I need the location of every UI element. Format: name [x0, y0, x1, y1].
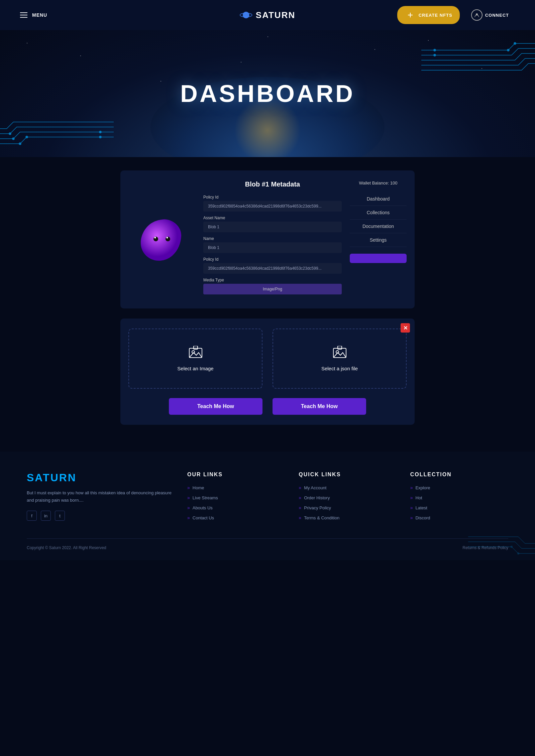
main-content: Blob #1 Metadata Policy Id 359ccd902f885…: [114, 157, 421, 452]
linkedin-icon[interactable]: in: [41, 511, 51, 521]
footer-our-links-column: OUR LINKS »Home »Live Streams »Abouts Us…: [187, 472, 285, 525]
svg-point-17: [154, 237, 156, 238]
arrow-icon: »: [299, 505, 301, 510]
svg-point-12: [507, 49, 509, 51]
svg-rect-3: [410, 13, 411, 17]
teach-me-how-button-1[interactable]: Teach Me How: [169, 398, 262, 415]
sidebar-item-dashboard[interactable]: Dashboard: [350, 192, 407, 206]
media-type-group: Media Type Image/Png: [203, 278, 342, 294]
name-group: Name Blob 1: [203, 236, 342, 253]
footer-quick-links-column: QUICK LINKS »My Account »Order History »…: [299, 472, 397, 525]
sidebar-item-documentation[interactable]: Documentation: [350, 220, 407, 233]
facebook-icon[interactable]: f: [27, 511, 37, 521]
svg-point-9: [99, 136, 101, 138]
footer-link-contact-us[interactable]: »Contact Us: [187, 515, 285, 520]
create-nfts-icon: [405, 9, 416, 21]
header: MENU SATURN CREATE NFTS CONNECT: [0, 0, 535, 30]
nft-blob-image: [135, 213, 189, 266]
json-upload-label: Select a json file: [321, 366, 358, 371]
footer-link-abouts-us[interactable]: »Abouts Us: [187, 505, 285, 510]
circuit-right-icon: [421, 37, 535, 90]
wallet-balance: Wallet Balance: 100: [350, 180, 407, 185]
asset-name-label: Asset Name: [203, 216, 342, 220]
svg-rect-24: [338, 346, 342, 349]
metadata-form: Blob #1 Metadata Policy Id 359ccd902f885…: [203, 180, 342, 298]
footer-link-latest[interactable]: »Latest: [410, 505, 508, 510]
footer-social: f in t: [27, 511, 174, 521]
arrow-icon: »: [410, 495, 413, 500]
svg-rect-22: [333, 348, 346, 358]
arrow-icon: »: [187, 495, 190, 500]
arrow-icon: »: [187, 515, 190, 520]
upload-section: ✕ Select an Image Select a json file Tea…: [120, 319, 415, 425]
json-upload-box[interactable]: Select a json file: [273, 329, 407, 389]
metadata-section: Blob #1 Metadata Policy Id 359ccd902f885…: [120, 170, 415, 308]
footer-link-hot[interactable]: »Hot: [410, 495, 508, 500]
svg-rect-21: [194, 346, 198, 349]
svg-point-5: [19, 143, 21, 145]
hamburger-icon: [20, 12, 27, 18]
arrow-icon: »: [187, 505, 190, 510]
arrow-icon: »: [410, 505, 413, 510]
user-icon: [471, 9, 483, 21]
footer-link-live-streams[interactable]: »Live Streams: [187, 495, 285, 500]
menu-button[interactable]: MENU: [20, 12, 47, 18]
sidebar-item-settings[interactable]: Settings: [350, 233, 407, 247]
upload-close-button[interactable]: ✕: [401, 323, 410, 333]
logo[interactable]: SATURN: [240, 9, 295, 21]
sidebar-item-collections[interactable]: Collections: [350, 206, 407, 220]
create-nfts-button[interactable]: CREATE NFTS: [397, 6, 460, 24]
footer-link-explore[interactable]: »Explore: [410, 485, 508, 490]
footer-link-terms[interactable]: »Terms & Condition: [299, 515, 397, 520]
name-label: Name: [203, 236, 342, 241]
policy-id-value-1[interactable]: 359ccd902f8854oa4c56386d4cad21998d6f76a4…: [203, 201, 342, 212]
svg-point-10: [99, 131, 101, 133]
upload-boxes: Select an Image Select a json file: [128, 329, 407, 389]
footer-link-my-account[interactable]: »My Account: [299, 485, 397, 490]
footer-link-home[interactable]: »Home: [187, 485, 285, 490]
arrow-icon: »: [299, 515, 301, 520]
menu-label: MENU: [32, 12, 47, 18]
asset-name-group: Asset Name Blob 1: [203, 216, 342, 232]
footer-circuit-icon: [468, 510, 535, 560]
svg-point-6: [26, 136, 28, 138]
arrow-icon: »: [299, 485, 301, 490]
svg-point-18: [167, 237, 168, 238]
collection-title: COLLECTION: [410, 472, 508, 478]
image-upload-box[interactable]: Select an Image: [128, 329, 262, 389]
logo-text: SATURN: [256, 10, 295, 20]
our-links-title: OUR LINKS: [187, 472, 285, 478]
json-upload-icon: [333, 346, 346, 361]
policy-id-value-2[interactable]: 359ccd902f8854oa4c56386d4cad21998d6f76a4…: [203, 263, 342, 274]
image-upload-icon: [189, 346, 202, 361]
footer: SATURN But I must explain to you how all…: [0, 452, 535, 560]
teach-me-how-button-2[interactable]: Teach Me How: [273, 398, 366, 415]
quick-links-title: QUICK LINKS: [299, 472, 397, 478]
saturn-logo-icon: [240, 9, 252, 21]
image-upload-label: Select an Image: [177, 366, 213, 371]
hero-section: DASHBOARD: [0, 30, 535, 157]
asset-name-value[interactable]: Blob 1: [203, 222, 342, 232]
svg-point-11: [514, 42, 516, 44]
copyright-text: Copyright © Saturn 2022. All Right Reser…: [27, 545, 106, 550]
sidebar-action-button[interactable]: [350, 254, 407, 263]
media-type-value[interactable]: Image/Png: [203, 284, 342, 294]
policy-id-group-2: Policy Id 359ccd902f8854oa4c56386d4cad21…: [203, 257, 342, 274]
svg-point-8: [9, 133, 11, 135]
circuit-left-icon: [0, 110, 114, 150]
svg-point-14: [434, 54, 436, 56]
svg-point-13: [434, 49, 436, 51]
twitter-icon[interactable]: t: [55, 511, 65, 521]
media-type-label: Media Type: [203, 278, 342, 282]
arrow-icon: »: [299, 495, 301, 500]
svg-point-7: [12, 138, 14, 140]
policy-id-label-1: Policy Id: [203, 195, 342, 200]
name-value[interactable]: Blob 1: [203, 242, 342, 253]
footer-bottom: Copyright © Saturn 2022. All Right Reser…: [27, 538, 508, 550]
connect-button[interactable]: CONNECT: [465, 6, 515, 24]
footer-link-order-history[interactable]: »Order History: [299, 495, 397, 500]
footer-brand-column: SATURN But I must explain to you how all…: [27, 472, 174, 525]
footer-link-privacy-policy[interactable]: »Privacy Policy: [299, 505, 397, 510]
policy-id-label-2: Policy Id: [203, 257, 342, 262]
policy-id-group-1: Policy Id 359ccd902f8854oa4c56386d4cad21…: [203, 195, 342, 212]
